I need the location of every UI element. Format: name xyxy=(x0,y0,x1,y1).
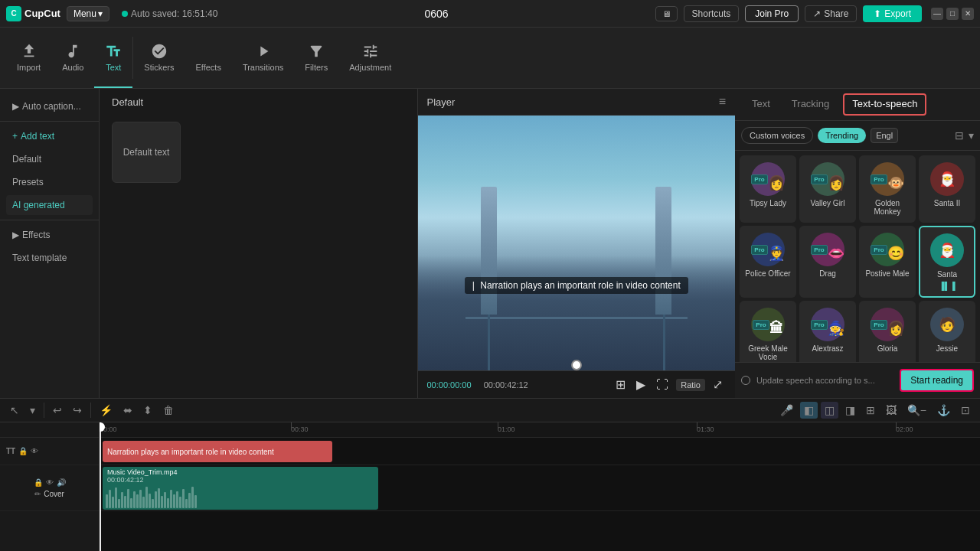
left-presets[interactable]: Presets xyxy=(0,171,99,194)
ruler-mark-90: 01:30 xyxy=(697,422,714,433)
default-text-box[interactable]: Default text xyxy=(112,122,181,183)
voice-name: Gloria xyxy=(877,344,898,353)
select-dropdown-button[interactable]: ▾ xyxy=(26,402,39,419)
menu-button[interactable]: Menu ▾ xyxy=(67,6,109,21)
center-panel: Default Default text xyxy=(100,89,418,398)
tl-label-video-track: 🔒 👁 🔊 ✏ Cover xyxy=(0,465,99,511)
title-center: 0606 xyxy=(224,8,648,20)
maximize-button[interactable]: □ xyxy=(946,8,959,20)
voice-card-postive-male[interactable]: Pro 😊 Postive Male xyxy=(859,226,916,298)
voice-card-valley-girl[interactable]: Pro 👩 Valley Girl xyxy=(799,155,856,223)
voice-card-golden-monkey[interactable]: Pro 🐵 Golden Monkey xyxy=(859,155,916,223)
align-button[interactable]: ⬍ xyxy=(139,402,156,419)
voice-name: Santa xyxy=(937,270,957,279)
pro-badge: Pro xyxy=(811,174,827,184)
menu-chevron-icon: ▾ xyxy=(98,8,103,19)
split-button[interactable]: ⚡ xyxy=(96,402,116,419)
fullscreen-button[interactable]: ⛶ xyxy=(653,377,671,393)
voice-avatar: Pro 👩 xyxy=(811,162,844,196)
voice-avatar: Pro 😊 xyxy=(871,233,904,266)
voice-card-santa-ii[interactable]: 🎅 Santa II xyxy=(919,155,975,223)
tab-text-to-speech[interactable]: Text-to-speech xyxy=(843,93,926,116)
expand-button[interactable]: ⤢ xyxy=(710,376,726,393)
zoom-fit-button[interactable]: ⊡ xyxy=(957,402,974,419)
update-speech-checkbox[interactable] xyxy=(741,376,750,385)
tl-tool-1[interactable]: ◧ xyxy=(800,402,818,419)
tl-tool-4[interactable]: ⊞ xyxy=(862,402,879,419)
tool-transitions[interactable]: Transitions xyxy=(232,28,294,88)
ratio-button[interactable]: Ratio xyxy=(676,379,705,391)
join-pro-button[interactable]: Join Pro xyxy=(745,5,799,22)
left-default[interactable]: Default xyxy=(0,148,99,171)
expand-dropdown-icon[interactable]: ▾ xyxy=(969,129,974,142)
redo-button[interactable]: ↪ xyxy=(69,402,86,419)
voice-card-gloria[interactable]: Pro 👩 Gloria xyxy=(859,301,916,362)
player-menu-icon[interactable]: ≡ xyxy=(719,95,726,109)
tl-labels: TT 🔒 👁 🔒 👁 🔊 ✏ Cover xyxy=(0,422,100,551)
share-icon: ↗ xyxy=(813,8,821,19)
voice-card-jessie[interactable]: 🧑 Jessie xyxy=(919,301,975,362)
pro-badge: Pro xyxy=(751,174,767,184)
tool-filters[interactable]: Filters xyxy=(294,28,338,88)
tab-tracking[interactable]: Tracking xyxy=(781,89,840,120)
tool-filters-label: Filters xyxy=(305,63,328,72)
left-add-text[interactable]: + Add text xyxy=(0,125,99,148)
play-button[interactable]: ▶ xyxy=(633,376,648,393)
left-auto-caption[interactable]: ▶ Auto caption... xyxy=(0,95,99,118)
tool-adjustment[interactable]: Adjustment xyxy=(338,28,402,88)
zoom-out-button[interactable]: 🔍− xyxy=(903,402,930,419)
tl-tool-2[interactable]: ◫ xyxy=(821,402,838,419)
left-effects[interactable]: ▶ Effects xyxy=(0,223,99,246)
update-label: Update speech according to s... xyxy=(756,376,893,385)
close-button[interactable]: ✕ xyxy=(962,8,974,20)
tl-tool-3[interactable]: ◨ xyxy=(841,402,859,419)
delete-button[interactable]: 🗑 xyxy=(159,402,178,419)
language-dropdown[interactable]: Engl xyxy=(871,128,898,143)
lock-icon: 🔒 xyxy=(18,447,28,455)
anchor-button[interactable]: ⚓ xyxy=(933,402,954,419)
select-tool-button[interactable]: ↖ xyxy=(6,402,23,419)
voice-card-greek-male[interactable]: Pro 🏛 Greek Male Vocie xyxy=(740,301,796,362)
export-button[interactable]: ⬆ Export xyxy=(863,5,922,22)
voice-card-police-officer[interactable]: Pro 👮 Police Officer xyxy=(740,226,796,298)
crop-button[interactable]: ⬌ xyxy=(119,402,136,419)
timeline-toolbar: ↖ ▾ ↩ ↪ ⚡ ⬌ ⬍ 🗑 🎤 ◧ ◫ ◨ ⊞ 🖼 🔍− ⚓ ⊡ xyxy=(0,399,980,422)
pro-badge: Pro xyxy=(753,320,769,330)
add-icon: + xyxy=(12,131,18,142)
tool-stickers[interactable]: Stickers xyxy=(133,28,185,88)
tool-effects[interactable]: Effects xyxy=(185,28,231,88)
toolbar: Import Audio Text Stickers Effects Trans… xyxy=(0,28,980,89)
share-button[interactable]: ↗ Share xyxy=(805,5,857,22)
tl-text-clip[interactable]: Narration plays an important role in vid… xyxy=(103,441,332,462)
minimize-button[interactable]: — xyxy=(931,8,943,20)
voice-card-tipsy-lady[interactable]: Pro 👩 Tipsy Lady xyxy=(740,155,796,223)
voice-card-drag[interactable]: Pro 👄 Drag xyxy=(799,226,856,298)
timeline-body: TT 🔒 👁 🔒 👁 🔊 ✏ Cover 00:00 xyxy=(0,422,980,551)
effects-chevron-icon: ▶ xyxy=(12,230,19,240)
tl-tool-5[interactable]: 🖼 xyxy=(882,402,900,419)
visibility2-icon: 👁 xyxy=(46,478,54,487)
tab-text[interactable]: Text xyxy=(741,89,781,120)
trending-button[interactable]: Trending xyxy=(818,128,866,143)
microphone-button[interactable]: 🎤 xyxy=(776,402,797,419)
shortcuts-button[interactable]: Shortcuts xyxy=(684,5,740,22)
custom-voices-button[interactable]: Custom voices xyxy=(741,127,813,144)
voice-card-santa[interactable]: 🎅 Santa ▐▌▐ xyxy=(919,226,975,298)
ruler-mark-120: 02:00 xyxy=(896,422,913,433)
layout-grid-button[interactable]: ⊞ xyxy=(612,376,629,393)
left-text-template[interactable]: Text template xyxy=(0,246,99,269)
left-ai-generated[interactable]: AI generated xyxy=(6,195,93,215)
start-reading-button[interactable]: Start reading xyxy=(900,369,974,392)
tool-import[interactable]: Import xyxy=(6,28,51,88)
voice-avatar: Pro 🐵 xyxy=(871,162,904,196)
logo-icon: C xyxy=(6,6,21,21)
tool-text[interactable]: Text xyxy=(94,28,132,88)
undo-button[interactable]: ↩ xyxy=(49,402,66,419)
filter-icon[interactable]: ⊟ xyxy=(955,129,964,142)
main-area: ▶ Auto caption... + Add text Default Pre… xyxy=(0,89,980,398)
voice-card-alextrasz[interactable]: Pro 🧙 Alextrasz xyxy=(799,301,856,362)
text-template-label: Text template xyxy=(12,253,67,263)
tl-playhead[interactable] xyxy=(100,422,101,551)
monitor-button[interactable]: 🖥 xyxy=(655,6,678,21)
tool-audio[interactable]: Audio xyxy=(51,28,94,88)
